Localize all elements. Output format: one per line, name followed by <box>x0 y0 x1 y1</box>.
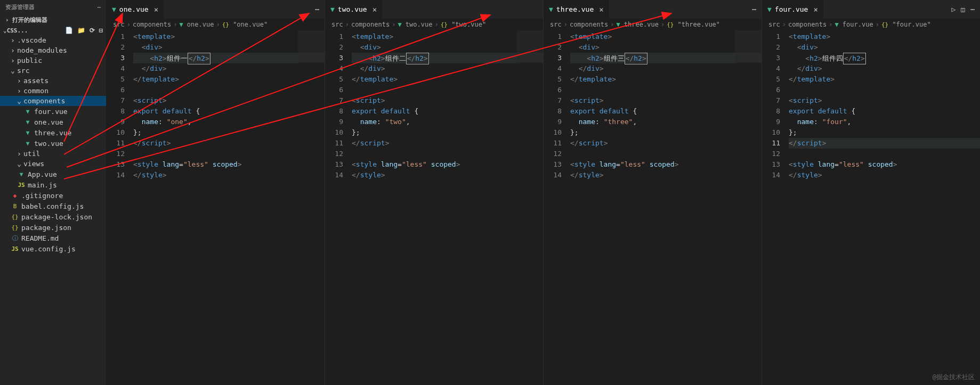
more-icon[interactable]: ⋯ <box>970 5 975 13</box>
folder-item[interactable]: ›assets <box>0 76 106 86</box>
code-content[interactable]: <template> <div> <h2>组件一</h2> </div></te… <box>133 30 325 385</box>
code-editor[interactable]: 1234567891011121314<template> <div> <h2>… <box>762 30 980 385</box>
folder-item[interactable]: ›node_modules <box>0 45 106 55</box>
tree-item-label: public <box>17 56 42 64</box>
close-icon[interactable]: × <box>372 5 377 14</box>
close-icon[interactable]: × <box>813 5 817 14</box>
new-folder-icon[interactable]: 📁 <box>77 27 85 34</box>
file-item[interactable]: ▼four.vue <box>0 106 106 117</box>
project-folder[interactable]: ⌄ CSS... 📄 📁 ⟳ ⊟ <box>0 26 106 35</box>
editor-tab[interactable]: ▼three.vue× <box>544 0 609 19</box>
line-gutter: 1234567891011121314 <box>762 30 789 385</box>
file-item[interactable]: ▼three.vue <box>0 127 106 138</box>
editor-tab[interactable]: ▼four.vue× <box>762 0 823 19</box>
editor-pane: ▼one.vue×⋯src›components›▼ one.vue›{} "o… <box>107 0 325 385</box>
editors-area: ▼one.vue×⋯src›components›▼ one.vue›{} "o… <box>107 0 980 385</box>
code-editor[interactable]: 1234567891011121314<template> <div> <h2>… <box>544 30 762 385</box>
code-editor[interactable]: 1234567891011121314<template> <div> <h2>… <box>107 30 325 385</box>
editor-tab[interactable]: ▼two.vue× <box>325 0 382 19</box>
breadcrumb-segment[interactable]: {} "two.vue" <box>441 21 487 28</box>
js-icon: JS <box>17 181 26 189</box>
git-icon: ◆ <box>11 191 19 200</box>
more-icon[interactable]: ⋯ <box>315 5 319 13</box>
more-icon[interactable]: ⋯ <box>97 4 101 11</box>
tree-item-label: common <box>23 87 48 95</box>
tree-item-label: .vscode <box>17 36 46 44</box>
file-item[interactable]: JSvue.config.js <box>0 243 106 254</box>
breadcrumb-segment[interactable]: ▼ four.vue <box>835 21 873 28</box>
breadcrumb: src›components›▼ three.vue›{} "three.vue… <box>544 19 762 30</box>
close-icon[interactable]: × <box>154 5 158 14</box>
file-item[interactable]: ◆.gitignore <box>0 190 106 201</box>
tree-item-label: views <box>23 160 44 168</box>
code-content[interactable]: <template> <div> <h2>组件三</h2> </div></te… <box>570 30 762 385</box>
vue-icon: ▼ <box>549 5 553 13</box>
breadcrumb-segment[interactable]: ▼ one.vue <box>179 21 214 28</box>
tree-item-label: one.vue <box>34 118 63 126</box>
file-item[interactable]: JSmain.js <box>0 179 106 190</box>
tree-item-label: two.vue <box>34 140 63 148</box>
minimap[interactable] <box>735 30 762 385</box>
vue-icon: ▼ <box>23 128 32 137</box>
file-item[interactable]: ⓘREADME.md <box>0 233 106 243</box>
code-content[interactable]: <template> <div> <h2>组件二</h2> </div></te… <box>352 30 543 385</box>
breadcrumb-segment[interactable]: {} "four.vue" <box>881 21 931 28</box>
brace-icon: {} <box>11 212 19 221</box>
breadcrumb-segment[interactable]: components <box>570 21 608 28</box>
folder-item[interactable]: ⌄components <box>0 96 106 106</box>
breadcrumb-segment[interactable]: components <box>788 21 827 28</box>
refresh-icon[interactable]: ⟳ <box>90 27 95 34</box>
minimap[interactable] <box>298 30 325 385</box>
vue-icon: ▼ <box>23 118 32 126</box>
editor-tab[interactable]: ▼one.vue× <box>107 0 164 19</box>
code-editor[interactable]: 1234567891011121314<template> <div> <h2>… <box>325 30 543 385</box>
run-icon[interactable]: ▷ <box>952 5 956 13</box>
folder-item[interactable]: ›public <box>0 55 106 65</box>
tree-item-label: README.md <box>21 234 59 242</box>
breadcrumb-segment[interactable]: {} "three.vue" <box>667 21 720 28</box>
tab-label: one.vue <box>119 5 149 13</box>
js-icon: JS <box>11 244 19 253</box>
babel-icon: B <box>11 202 19 210</box>
breadcrumb-segment[interactable]: components <box>133 21 171 28</box>
open-editors-section[interactable]: › 打开的编辑器 <box>0 14 106 26</box>
file-tree: ›.vscode›node_modules›public⌄src›assets›… <box>0 35 106 254</box>
breadcrumb-segment[interactable]: src <box>331 21 343 28</box>
chevron-icon: › <box>11 46 17 54</box>
chevron-icon: ⌄ <box>17 97 23 105</box>
close-icon[interactable]: × <box>599 5 603 14</box>
collapse-icon[interactable]: ⊟ <box>99 27 103 34</box>
breadcrumb-segment[interactable]: components <box>351 21 390 28</box>
folder-item[interactable]: ›util <box>0 149 106 159</box>
tab-actions: ⋯ <box>752 5 762 13</box>
more-icon[interactable]: ⋯ <box>752 5 756 13</box>
file-item[interactable]: ▼App.vue <box>0 169 106 179</box>
file-item[interactable]: {}package.json <box>0 222 106 233</box>
tree-item-label: three.vue <box>34 129 71 137</box>
file-item[interactable]: {}package-lock.json <box>0 211 106 222</box>
split-icon[interactable]: ◫ <box>961 5 965 13</box>
breadcrumb-segment[interactable]: ▼ two.vue <box>398 21 432 28</box>
file-item[interactable]: ▼two.vue <box>0 138 106 149</box>
breadcrumb-segment[interactable]: src <box>113 21 125 28</box>
breadcrumb-segment[interactable]: ▼ three.vue <box>616 21 658 28</box>
folder-item[interactable]: ⌄views <box>0 159 106 169</box>
breadcrumb-segment[interactable]: src <box>550 21 562 28</box>
code-content[interactable]: <template> <div> <h2>组件四</h2> </div></te… <box>789 30 980 385</box>
minimap[interactable] <box>516 30 543 385</box>
folder-item[interactable]: ›common <box>0 86 106 96</box>
folder-item[interactable]: ›.vscode <box>0 35 106 45</box>
folder-item[interactable]: ⌄src <box>0 65 106 76</box>
chevron-icon: › <box>17 77 23 85</box>
file-item[interactable]: Bbabel.config.js <box>0 201 106 211</box>
breadcrumb: src›components›▼ two.vue›{} "two.vue" <box>325 19 543 30</box>
vue-icon: ▼ <box>17 170 26 178</box>
breadcrumb-segment[interactable]: {} "one.vue" <box>222 21 268 28</box>
tab-label: four.vue <box>775 5 808 13</box>
editor-pane: ▼three.vue×⋯src›components›▼ three.vue›{… <box>544 0 762 385</box>
new-file-icon[interactable]: 📄 <box>65 27 73 34</box>
tab-bar: ▼three.vue×⋯ <box>544 0 762 19</box>
file-item[interactable]: ▼one.vue <box>0 117 106 127</box>
breadcrumb-segment[interactable]: src <box>768 21 780 28</box>
brace-icon: {} <box>667 21 674 28</box>
